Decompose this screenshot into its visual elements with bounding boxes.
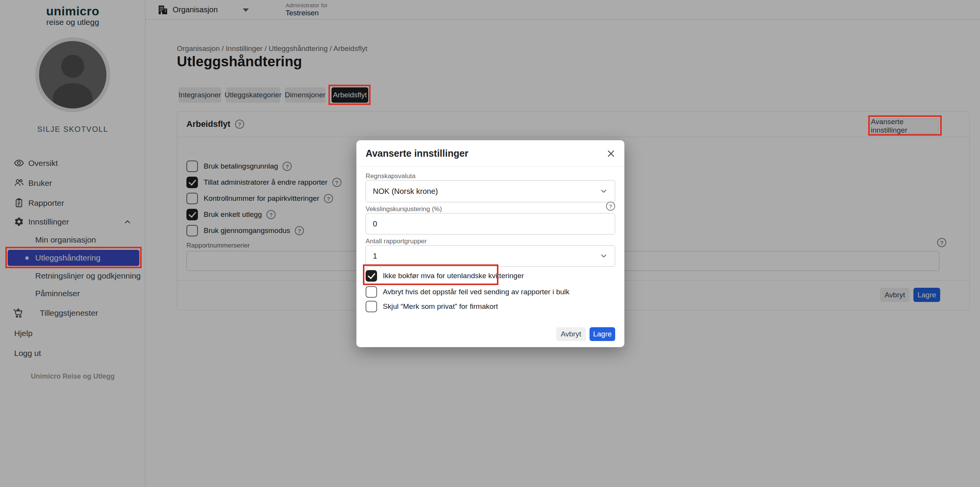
modal-save-button[interactable]: Lagre bbox=[590, 327, 615, 341]
exchange-adjustment-label: Vekslingskursjustering (%) bbox=[366, 205, 442, 213]
checkbox-row-skjul-merk-som-privat[interactable]: Skjul “Merk som privat” for firmakort bbox=[366, 301, 498, 312]
exchange-adjustment-value: 0 bbox=[373, 220, 377, 228]
checkbox-row-ikke-bokfor-mva[interactable]: Ikke bokfør mva for utenlandske kvitteri… bbox=[366, 270, 524, 282]
chevron-down-icon bbox=[599, 187, 608, 195]
app-root: unimicro reise og utlegg SILJE SKOTVOLL … bbox=[0, 0, 980, 487]
exchange-adjustment-input[interactable]: 0 bbox=[366, 213, 615, 234]
help-icon[interactable]: ? bbox=[606, 202, 615, 211]
report-groups-label: Antall rapportgrupper bbox=[366, 238, 427, 245]
report-groups-select[interactable]: 1 bbox=[366, 245, 615, 267]
currency-select[interactable]: NOK (Norsk krone) bbox=[366, 180, 615, 202]
checkbox-label: Skjul “Merk som privat” for firmakort bbox=[383, 302, 498, 311]
report-groups-value: 1 bbox=[373, 252, 377, 261]
checkbox-label: Avbryt hvis det oppstår feil ved sending… bbox=[383, 288, 570, 296]
modal-cancel-button[interactable]: Avbryt bbox=[556, 327, 586, 341]
modal-title: Avanserte innstillinger bbox=[366, 148, 469, 159]
close-icon[interactable] bbox=[606, 149, 616, 159]
checkbox-unchecked[interactable] bbox=[366, 286, 377, 298]
checkbox-checked[interactable] bbox=[366, 270, 377, 282]
modal-header: Avanserte innstillinger bbox=[366, 140, 469, 166]
chevron-down-icon bbox=[599, 252, 608, 260]
advanced-settings-modal: Avanserte innstillinger Regnskapsvaluta … bbox=[356, 140, 624, 347]
checkbox-label: Ikke bokfør mva for utenlandske kvitteri… bbox=[383, 272, 524, 280]
currency-value: NOK (Norsk krone) bbox=[373, 187, 438, 196]
divider bbox=[356, 166, 624, 167]
checkbox-row-avbryt-ved-feil[interactable]: Avbryt hvis det oppstår feil ved sending… bbox=[366, 286, 570, 298]
currency-label: Regnskapsvaluta bbox=[366, 172, 415, 180]
checkbox-unchecked[interactable] bbox=[366, 301, 377, 312]
